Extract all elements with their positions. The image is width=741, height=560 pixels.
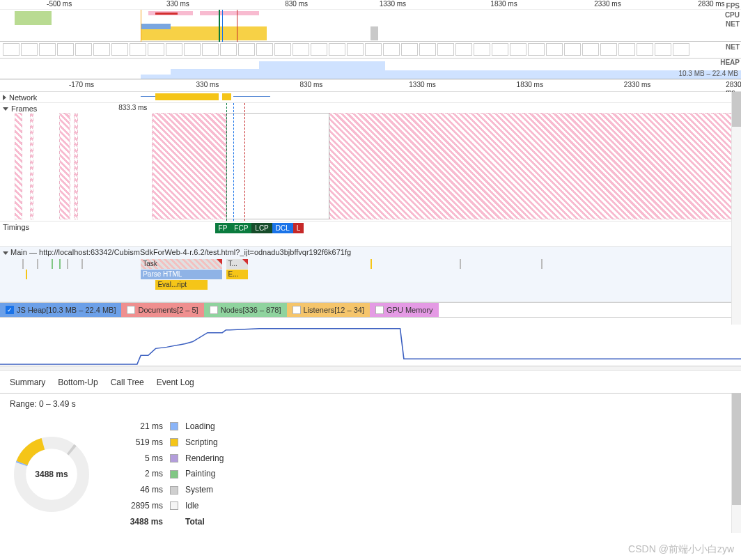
collapse-icon[interactable] — [3, 107, 8, 111]
frame-duration-label: 833.3 ms — [118, 104, 147, 111]
timings-track[interactable]: Timings FPFCPLCPDCLL — [0, 221, 741, 247]
overview-pane[interactable]: -500 ms 330 ms 830 ms 1330 ms 1830 ms 23… — [0, 0, 741, 42]
counter-js-heap[interactable]: JS Heap[10.3 MB – 22.4 MB] — [0, 303, 121, 317]
overview-track-labels: FPS CPU NET — [725, 1, 740, 29]
frames-track[interactable]: Frames 833.3 ms — [0, 103, 741, 221]
collapse-icon[interactable] — [3, 251, 8, 255]
timing-badges: FPFCPLCPDCLL — [215, 223, 304, 233]
ov-tick: 2830 ms — [698, 0, 724, 8]
details-tabs: Summary Bottom-Up Call Tree Event Log — [0, 371, 741, 394]
heap-label: HEAP — [720, 59, 740, 66]
watermark: CSDN @前端小小白zyw — [628, 543, 734, 556]
tab-call-tree[interactable]: Call Tree — [111, 378, 144, 387]
summary-panel: Range: 0 – 3.49 s 3488 ms 21 msLoading 5… — [0, 394, 741, 533]
flame-evaluate-script[interactable]: Eval...ript — [155, 280, 207, 290]
ov-tick: 1330 ms — [380, 0, 406, 8]
heap-range-label: 10.3 MB – 22.4 MB — [678, 70, 738, 77]
tab-event-log[interactable]: Event Log — [157, 378, 194, 387]
summary-donut-chart: 3488 ms — [10, 433, 93, 516]
summary-legend: 21 msLoading 519 msScripting 5 msRenderi… — [121, 419, 224, 530]
ov-tick: 2330 ms — [594, 0, 621, 8]
flame-e[interactable]: E... — [226, 270, 249, 279]
checkbox-icon[interactable] — [6, 306, 14, 314]
heap-overview-strip: 10.3 MB – 22.4 MB HEAP — [0, 59, 741, 79]
main-thread-url: Main — http://localhost:63342/CubismSdkF… — [10, 248, 351, 256]
net-label: NET — [726, 43, 740, 51]
donut-total-label: 3488 ms — [10, 433, 93, 516]
ov-tick: 330 ms — [166, 0, 189, 8]
badge-fcp: FCP — [231, 223, 251, 233]
flame-task-2[interactable]: T... — [226, 259, 249, 269]
flame-task[interactable]: Task — [141, 259, 222, 269]
overview-body[interactable] — [0, 10, 741, 42]
badge-fp: FP — [215, 223, 231, 233]
tab-bottom-up[interactable]: Bottom-Up — [58, 378, 98, 387]
counter-gpu[interactable]: GPU Memory — [370, 303, 439, 317]
range-label: Range: 0 – 3.49 s — [10, 399, 731, 409]
badge-load: L — [293, 223, 304, 233]
counter-documents[interactable]: Documents[2 – 5] — [121, 303, 203, 317]
ov-tick: 830 ms — [285, 0, 308, 8]
scrollbar-flamechart[interactable] — [731, 92, 741, 325]
tab-summary[interactable]: Summary — [10, 378, 45, 387]
checkbox-icon[interactable] — [210, 306, 218, 314]
flamechart-ruler[interactable]: -170 ms 330 ms 830 ms 1330 ms 1830 ms 23… — [0, 79, 741, 92]
badge-lcp: LCP — [251, 223, 272, 233]
counter-nodes[interactable]: Nodes[336 – 878] — [204, 303, 287, 317]
heap-graph[interactable] — [0, 318, 741, 366]
network-track[interactable]: Network — [0, 92, 741, 103]
counter-listeners[interactable]: Listeners[12 – 34] — [287, 303, 370, 317]
checkbox-icon[interactable] — [292, 306, 301, 314]
ov-tick: 1830 ms — [490, 0, 517, 8]
badge-dcl: DCL — [272, 223, 293, 233]
flame-parse-html[interactable]: Parse HTML — [141, 270, 222, 279]
checkbox-icon[interactable] — [127, 306, 135, 314]
net-overview-strip: NET — [0, 42, 741, 59]
main-thread-track[interactable]: Main — http://localhost:63342/CubismSdkF… — [0, 247, 741, 302]
ov-tick: -500 ms — [47, 0, 72, 8]
overview-ruler: -500 ms 330 ms 830 ms 1330 ms 1830 ms 23… — [0, 0, 741, 10]
expand-icon[interactable] — [3, 95, 6, 100]
scrollbar[interactable] — [731, 394, 741, 533]
checkbox-icon[interactable] — [375, 306, 384, 314]
memory-counters-bar: JS Heap[10.3 MB – 22.4 MB] Documents[2 –… — [0, 302, 741, 318]
